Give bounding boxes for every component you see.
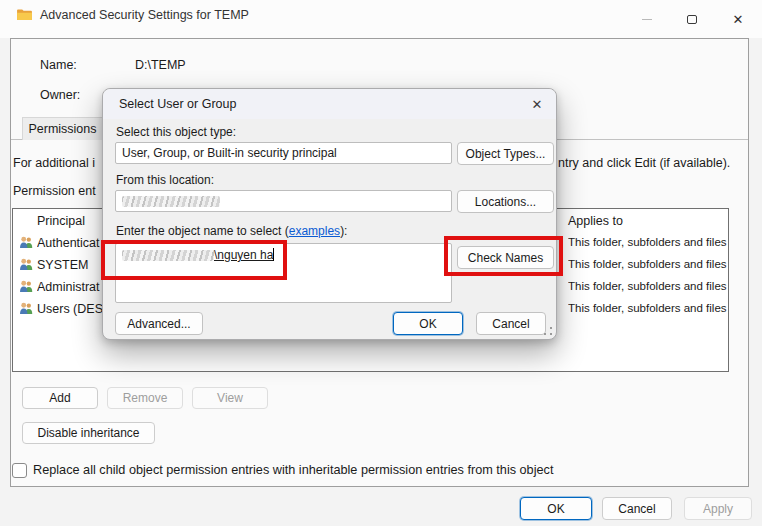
applies-to-cell: This folder, subfolders and files [568,258,729,270]
dialog-cancel-button[interactable]: Cancel [476,312,546,335]
principal-cell: Users (DESK [37,302,105,316]
dialog-close-button[interactable]: ✕ [520,89,554,119]
object-types-button[interactable]: Object Types... [457,142,554,165]
users-icon [19,236,34,249]
annotation-box-input [101,240,287,280]
object-type-label: Select this object type: [116,125,236,139]
locations-button[interactable]: Locations... [457,190,554,213]
ok-button[interactable]: OK [520,497,592,520]
advanced-button[interactable]: Advanced... [115,312,203,335]
add-button[interactable]: Add [22,387,98,409]
object-name-label: Enter the object name to select (example… [116,224,347,238]
folder-icon [16,8,33,21]
maximize-button[interactable] [669,0,714,38]
cancel-button[interactable]: Cancel [602,497,672,520]
dialog-ok-button[interactable]: OK [393,312,463,335]
view-button[interactable]: View [192,387,268,409]
maximize-icon [687,15,697,24]
apply-button[interactable]: Apply [684,497,752,520]
replace-permissions-label: Replace all child object permission entr… [33,463,553,477]
close-button[interactable]: ✕ [714,0,762,38]
users-icon [19,302,34,315]
resize-grip[interactable] [544,327,552,335]
name-label: Name: [40,58,77,72]
name-value: D:\TEMP [135,58,186,72]
owner-label: Owner: [40,88,80,102]
permission-entries-label: Permission ent [13,184,96,198]
close-icon: ✕ [733,12,744,27]
column-header-applies-to[interactable]: Applies to [568,214,623,228]
applies-to-cell: This folder, subfolders and files [568,280,729,292]
minimize-icon [642,19,652,20]
advanced-security-settings-window: Advanced Security Settings for TEMP ✕ Na… [0,0,762,526]
remove-button[interactable]: Remove [107,387,183,409]
window-title: Advanced Security Settings for TEMP [40,8,249,22]
replace-permissions-checkbox[interactable] [12,463,27,478]
applies-to-cell: This folder, subfolders and files [568,302,729,314]
info-text-left: For additional i [13,156,95,170]
dialog-title: Select User or Group [119,97,236,111]
disable-inheritance-button[interactable]: Disable inheritance [22,422,155,444]
location-field [115,190,452,212]
tab-permissions[interactable]: Permissions [22,117,103,140]
dialog-titlebar[interactable]: Select User or Group ✕ [103,89,556,119]
principal-cell: Administrat [37,280,105,294]
examples-link[interactable]: examples [289,224,340,238]
redacted-location [122,196,220,207]
close-icon: ✕ [532,97,543,112]
select-user-or-group-dialog: Select User or Group ✕ Select this objec… [102,88,557,340]
principal-cell: SYSTEM [37,258,105,272]
annotation-box-check-names [444,236,563,276]
window-titlebar[interactable]: Advanced Security Settings for TEMP ✕ [0,0,762,38]
principal-cell: Authenticat [37,236,105,250]
object-type-field: User, Group, or Built-in security princi… [115,142,452,164]
users-icon [19,258,34,271]
users-icon [19,280,34,293]
location-label: From this location: [116,173,214,187]
column-header-principal[interactable]: Principal [37,214,85,228]
minimize-button[interactable] [624,0,669,38]
applies-to-cell: This folder, subfolders and files [568,236,729,248]
info-text-right: ntry and click Edit (if available). [558,156,730,170]
